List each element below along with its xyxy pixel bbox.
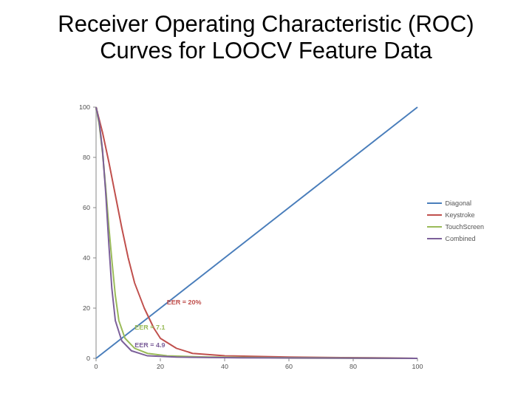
svg-text:60: 60 — [83, 204, 90, 211]
legend-swatch-icon — [427, 238, 442, 239]
legend-item-combined: Combined — [427, 235, 484, 242]
svg-text:80: 80 — [83, 154, 90, 161]
svg-text:40: 40 — [221, 363, 228, 370]
svg-text:20: 20 — [157, 363, 164, 370]
legend: Diagonal Keystroke TouchScreen Combined — [427, 200, 484, 247]
legend-item-keystroke: Keystroke — [427, 211, 484, 219]
svg-text:0: 0 — [86, 355, 90, 362]
annotation-eer-keystroke: EER = 20% — [167, 299, 202, 306]
legend-swatch-icon — [427, 202, 442, 204]
legend-label: Diagonal — [445, 200, 471, 207]
svg-text:60: 60 — [285, 363, 293, 370]
legend-item-touchscreen: TouchScreen — [427, 223, 484, 231]
slide-title: Receiver Operating Characteristic (ROC) … — [22, 11, 510, 64]
annotation-eer-touchscreen: EER = 7.1 — [134, 324, 165, 331]
svg-text:0: 0 — [94, 363, 98, 370]
slide: Receiver Operating Characteristic (ROC) … — [0, 0, 532, 399]
svg-text:100: 100 — [79, 103, 90, 111]
svg-text:100: 100 — [412, 363, 423, 370]
chart-svg: 020406080100020406080100 — [74, 103, 484, 377]
roc-chart: 020406080100020406080100 Diagonal Keystr… — [74, 103, 484, 377]
legend-swatch-icon — [427, 214, 442, 216]
svg-text:40: 40 — [83, 254, 90, 262]
svg-text:80: 80 — [349, 363, 357, 370]
legend-item-diagonal: Diagonal — [427, 200, 484, 207]
legend-label: Keystroke — [445, 211, 474, 219]
svg-text:20: 20 — [83, 304, 90, 312]
legend-label: TouchScreen — [445, 223, 484, 231]
legend-label: Combined — [445, 235, 475, 242]
legend-swatch-icon — [427, 226, 442, 228]
annotation-eer-combined: EER = 4.9 — [134, 341, 165, 349]
